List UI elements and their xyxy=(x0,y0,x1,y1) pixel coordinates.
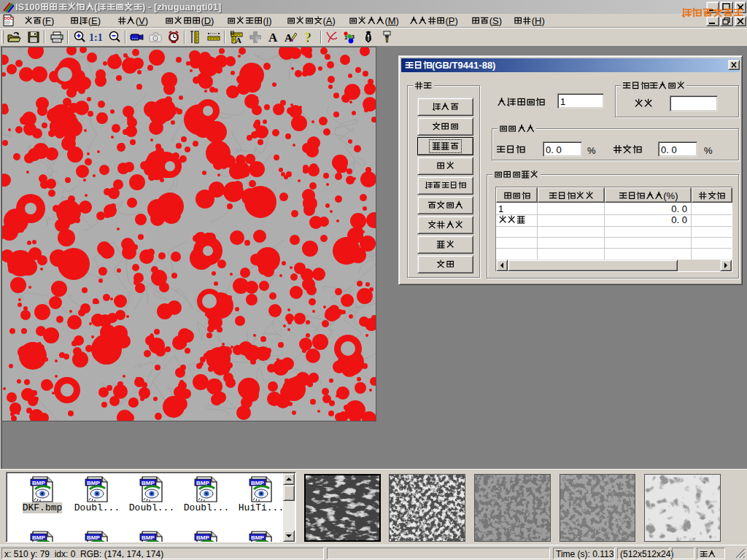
svg-text:BMP: BMP xyxy=(251,480,264,486)
svg-text:BMP: BMP xyxy=(142,534,155,541)
svg-text:BMP: BMP xyxy=(142,480,155,486)
svg-text:BMP: BMP xyxy=(251,534,264,541)
svg-text:BMP: BMP xyxy=(32,480,45,486)
svg-text:BMP: BMP xyxy=(87,534,100,541)
svg-text:A: A xyxy=(268,31,278,44)
svg-text:BMP: BMP xyxy=(196,534,209,541)
svg-text:DOC: DOC xyxy=(4,16,13,20)
svg-text:A: A xyxy=(236,36,241,44)
svg-text:BMP: BMP xyxy=(87,480,100,486)
svg-text:A: A xyxy=(285,32,293,44)
svg-text:1: 1 xyxy=(344,34,348,41)
svg-text:BMP: BMP xyxy=(196,480,209,486)
svg-text:?: ? xyxy=(305,31,311,44)
svg-text:BMP: BMP xyxy=(32,534,45,541)
svg-text:1:1: 1:1 xyxy=(89,32,103,43)
